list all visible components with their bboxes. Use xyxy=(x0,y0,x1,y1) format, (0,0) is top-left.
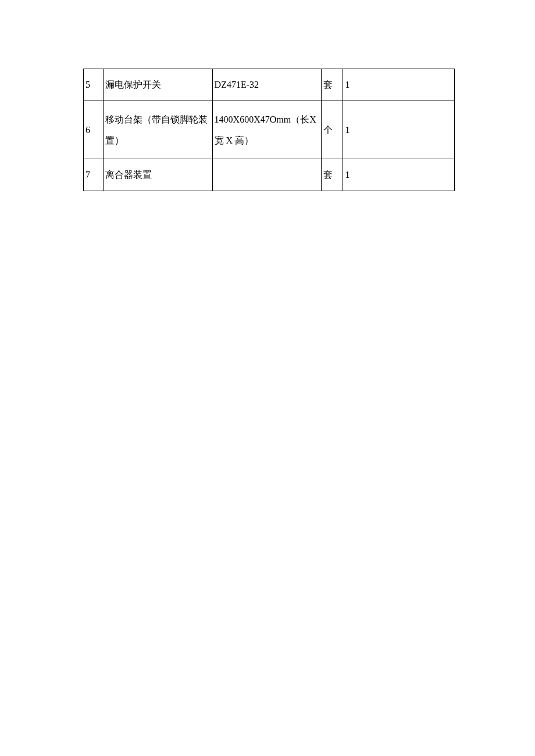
row-index: 6 xyxy=(85,117,102,142)
row-index: 7 xyxy=(85,162,102,187)
row-spec: DZ471E-32 xyxy=(214,72,320,97)
table-row: 5 漏电保护开关 DZ471E-32 套 1 xyxy=(84,69,455,101)
table-row: 7 离合器装置 套 1 xyxy=(84,159,455,191)
row-index: 5 xyxy=(85,72,102,97)
spec-table-container: 5 漏电保护开关 DZ471E-32 套 1 6 移动台架（带自锁脚轮装置） 1… xyxy=(83,69,455,191)
table-row: 6 移动台架（带自锁脚轮装置） 1400X600X47Omm（长X 宽 X 高）… xyxy=(84,101,455,159)
row-unit: 套 xyxy=(323,72,341,97)
row-spec xyxy=(214,173,320,177)
row-qty: 1 xyxy=(344,117,453,142)
row-qty: 1 xyxy=(344,162,453,187)
spec-table: 5 漏电保护开关 DZ471E-32 套 1 6 移动台架（带自锁脚轮装置） 1… xyxy=(83,69,455,191)
row-name: 离合器装置 xyxy=(105,162,211,187)
row-spec: 1400X600X47Omm（长X 宽 X 高） xyxy=(214,107,320,152)
row-unit: 个 xyxy=(323,117,341,142)
row-name: 移动台架（带自锁脚轮装置） xyxy=(105,107,211,152)
row-unit: 套 xyxy=(323,162,341,187)
row-name: 漏电保护开关 xyxy=(105,72,211,97)
row-qty: 1 xyxy=(344,72,453,97)
